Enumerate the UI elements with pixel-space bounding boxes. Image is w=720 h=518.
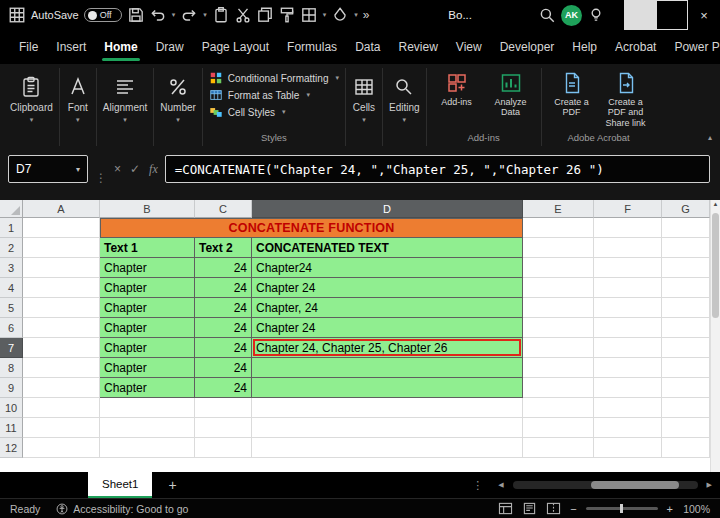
cell-D10[interactable] xyxy=(252,398,523,418)
cell-F3[interactable] xyxy=(594,258,662,278)
banner-cell[interactable]: CONCATENATE FUNCTION xyxy=(100,218,523,238)
row-header-9[interactable]: 9 xyxy=(0,378,23,398)
font-button[interactable]: Font▾ xyxy=(66,71,90,124)
page-layout-view-icon[interactable] xyxy=(522,502,537,515)
menu-item-review[interactable]: Review xyxy=(389,30,446,64)
cell-D4[interactable]: Chapter 24 xyxy=(252,278,523,298)
cell-C12[interactable] xyxy=(195,438,252,458)
cell-B2[interactable]: Text 1 xyxy=(100,238,195,258)
sheet-tab-sheet1[interactable]: Sheet1 xyxy=(88,472,152,498)
cell-C5[interactable]: 24 xyxy=(195,298,252,318)
column-header-E[interactable]: E xyxy=(523,200,594,218)
menu-item-page-layout[interactable]: Page Layout xyxy=(193,30,278,64)
cell-A5[interactable] xyxy=(23,298,100,318)
cell-E9[interactable] xyxy=(523,378,594,398)
row-header-11[interactable]: 11 xyxy=(0,418,23,438)
scroll-left-icon[interactable]: ◀ xyxy=(498,481,503,489)
cell-D3[interactable]: Chapter24 xyxy=(252,258,523,278)
cell-F2[interactable] xyxy=(594,238,662,258)
search-icon[interactable] xyxy=(538,6,556,24)
cell-G5[interactable] xyxy=(662,298,710,318)
redo-icon[interactable] xyxy=(180,6,198,24)
cell-D9[interactable] xyxy=(252,378,523,398)
vertical-scroll-thumb[interactable] xyxy=(712,213,719,318)
cell-D2[interactable]: CONCATENATED TEXT xyxy=(252,238,523,258)
row-header-12[interactable]: 12 xyxy=(0,438,23,458)
cell-E7[interactable] xyxy=(523,338,594,358)
cell-G2[interactable] xyxy=(662,238,710,258)
cell-E5[interactable] xyxy=(523,298,594,318)
cell-A6[interactable] xyxy=(23,318,100,338)
cell-G10[interactable] xyxy=(662,398,710,418)
zoom-slider-thumb[interactable] xyxy=(620,504,623,513)
cell-B6[interactable]: Chapter xyxy=(100,318,195,338)
analyze-data-button[interactable]: Analyze Data xyxy=(487,71,535,118)
menu-item-data[interactable]: Data xyxy=(346,30,389,64)
cell-F5[interactable] xyxy=(594,298,662,318)
cell-F6[interactable] xyxy=(594,318,662,338)
number-button[interactable]: Number▾ xyxy=(160,71,196,124)
cut-icon[interactable] xyxy=(234,6,252,24)
cell-C2[interactable]: Text 2 xyxy=(195,238,252,258)
cell-D12[interactable] xyxy=(252,438,523,458)
cell-B3[interactable]: Chapter xyxy=(100,258,195,278)
editing-button[interactable]: Editing▾ xyxy=(389,71,420,124)
column-header-F[interactable]: F xyxy=(594,200,662,218)
row-header-3[interactable]: 3 xyxy=(0,258,23,278)
cell-C8[interactable]: 24 xyxy=(195,358,252,378)
cell-B5[interactable]: Chapter xyxy=(100,298,195,318)
save-icon[interactable] xyxy=(127,6,145,24)
alignment-button[interactable]: Alignment▾ xyxy=(103,71,147,124)
row-header-8[interactable]: 8 xyxy=(0,358,23,378)
column-header-A[interactable]: A xyxy=(23,200,100,218)
horizontal-scrollbar[interactable] xyxy=(513,481,698,489)
cell-D7[interactable]: Chapter 24, Chapter 25, Chapter 26 xyxy=(252,338,523,358)
zoom-in-button[interactable]: + xyxy=(667,503,673,515)
menu-item-formulas[interactable]: Formulas xyxy=(278,30,346,64)
cell-C9[interactable]: 24 xyxy=(195,378,252,398)
add-ins-button[interactable]: Add-ins xyxy=(433,71,481,118)
close-button[interactable]: × xyxy=(688,0,720,30)
copy-icon[interactable] xyxy=(256,6,274,24)
cell-C3[interactable]: 24 xyxy=(195,258,252,278)
horizontal-scroll-thumb[interactable] xyxy=(591,481,679,489)
maximize-button[interactable] xyxy=(656,0,688,30)
cell-A2[interactable] xyxy=(23,238,100,258)
zoom-out-button[interactable]: − xyxy=(570,503,576,515)
cell-B4[interactable]: Chapter xyxy=(100,278,195,298)
cell-G1[interactable] xyxy=(662,218,710,238)
column-header-G[interactable]: G xyxy=(662,200,710,218)
cell-A3[interactable] xyxy=(23,258,100,278)
cell-B11[interactable] xyxy=(100,418,195,438)
cell-A4[interactable] xyxy=(23,278,100,298)
formula-bar-handle[interactable]: ⋮ xyxy=(95,171,107,185)
cell-C4[interactable]: 24 xyxy=(195,278,252,298)
create-a-pdf-and-share-link-button[interactable]: Create a PDF and Share link xyxy=(602,71,650,128)
autosave-toggle[interactable]: Off xyxy=(84,8,122,22)
cell-C11[interactable] xyxy=(195,418,252,438)
menu-item-acrobat[interactable]: Acrobat xyxy=(606,30,665,64)
row-header-1[interactable]: 1 xyxy=(0,218,23,238)
cell-A9[interactable] xyxy=(23,378,100,398)
cell-F7[interactable] xyxy=(594,338,662,358)
cell-styles-button[interactable]: Cell Styles▾ xyxy=(209,105,339,119)
add-sheet-button[interactable]: + xyxy=(168,477,176,493)
menu-item-help[interactable]: Help xyxy=(563,30,606,64)
menu-item-file[interactable]: File xyxy=(10,30,47,64)
clipboard-button[interactable]: Clipboard▾ xyxy=(10,71,53,124)
cell-B10[interactable] xyxy=(100,398,195,418)
column-header-B[interactable]: B xyxy=(100,200,195,218)
cell-F8[interactable] xyxy=(594,358,662,378)
cell-G7[interactable] xyxy=(662,338,710,358)
cell-A1[interactable] xyxy=(23,218,100,238)
accessibility-status[interactable]: Accessibility: Good to go xyxy=(56,503,188,515)
cell-C10[interactable] xyxy=(195,398,252,418)
cell-F4[interactable] xyxy=(594,278,662,298)
autosave-control[interactable]: AutoSave Off xyxy=(31,8,122,22)
cell-E11[interactable] xyxy=(523,418,594,438)
more-commands-icon[interactable]: » xyxy=(363,8,370,22)
menu-item-view[interactable]: View xyxy=(447,30,491,64)
select-all-button[interactable] xyxy=(0,200,23,218)
cell-B12[interactable] xyxy=(100,438,195,458)
normal-view-icon[interactable] xyxy=(498,502,513,515)
